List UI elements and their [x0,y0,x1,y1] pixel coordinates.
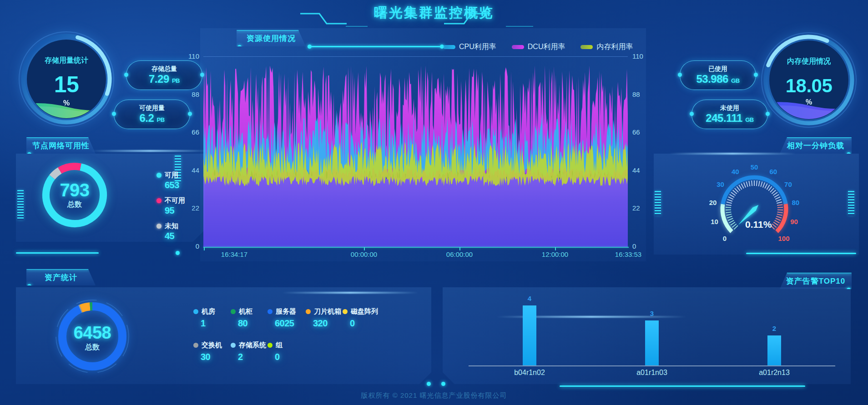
legend-label: 未知 [165,222,178,230]
svg-text:40: 40 [732,168,739,175]
memory-used-pill: 已使用 53.986 GB [680,60,756,90]
header-line [786,272,852,273]
header-dot [93,267,97,271]
legend-item-内存利用率[interactable]: 内存利用率 [580,42,633,52]
node-donut-center: 793 总数 [47,181,102,210]
corner-dot [427,382,431,386]
legend-value: 0 [350,318,378,329]
y-axis-label-right: 0 [632,242,653,250]
legend-dot [267,309,273,314]
legend-item-DCU利用率[interactable]: DCU利用率 [512,42,565,52]
bar-category-label: a01r2n13 [759,369,790,377]
title-left-deco-line [300,14,347,24]
legend-value: 80 [238,318,252,329]
load-gauge-chart: 01020304050607080901000.11% [681,152,832,252]
legend-dot [231,343,236,348]
flare-decoration [91,150,209,152]
asset-legend-item-刀片机箱: 刀片机箱320 [306,307,341,329]
header-line [786,136,852,138]
title-right-deco-line [444,14,490,24]
svg-text:80: 80 [792,199,800,206]
y-axis-label-right: 88 [632,90,653,98]
y-axis-label-right: 110 [632,52,653,60]
pill-value: 6.2 PB [114,112,190,126]
memory-gauge-value: 18.05 [786,75,833,96]
x-axis-line [203,247,629,248]
assets-total-label: 总数 [65,343,120,352]
legend-label: DCU利用率 [528,42,565,52]
dashboard: 曙光集群监控概览 存储用量统计 15 % 存储总量 7.29 PB [0,0,868,405]
legend-value: 6025 [275,318,296,329]
asset-legend-item-存储系统: 存储系统2 [231,341,266,362]
legend-label: 不可用 [165,196,185,205]
memory-usage-gauge: 内存使用情况 18.05 % [757,28,861,132]
legend-label: 磁盘阵列 [351,307,378,316]
asset-legend-item-服务器: 服务器6025 [267,307,296,329]
x-axis-label: 00:00:00 [351,250,377,258]
node-legend-item-未知: 未知45 [156,222,178,241]
legend-dot [306,309,311,314]
asset-legend-item-机柜: 机柜80 [231,307,252,329]
legend-dot [231,309,236,314]
alarm-panel-title: 资产告警TOP10 [786,276,846,286]
storage-gauge-title: 存储用量统计 [44,56,88,64]
header-divider-line [311,46,440,47]
header-line [26,268,89,270]
header-dot [778,270,782,275]
x-axis-tick [364,247,365,250]
legend-value: 2 [238,351,266,362]
asset-legend-item-组: 组0 [267,341,283,362]
storage-usage-gauge: 存储用量统计 15 % [15,27,118,131]
stripes-decoration [17,190,24,220]
svg-text:50: 50 [751,163,758,171]
x-axis-tick [555,247,556,250]
svg-text:20: 20 [709,199,717,206]
x-axis-tick [204,247,205,250]
load-panel-header: 相对一分钟负载 [780,137,852,154]
panel-bottom-line [746,253,856,254]
alarm-panel-header: 资产告警TOP10 [780,273,852,289]
legend-swatch [443,45,455,49]
legend-value: 95 [165,205,185,216]
node-legend-item-可用: 可用653 [156,171,179,190]
assets-panel-header: 资产统计 [26,269,96,285]
corner-dot [176,251,180,255]
storage-gauge-unit: % [63,99,70,107]
alarm-bar-a01r2n13 [767,335,781,365]
panel-bottom-line [560,385,805,387]
asset-legend-item-交换机: 交换机30 [193,341,222,362]
memory-gauge-title: 内存使用情况 [787,57,831,65]
bar-value-label: 3 [650,310,654,317]
node-panel-title: 节点网络可用性 [32,140,90,151]
svg-text:10: 10 [711,218,718,225]
y-axis-label-left: 66 [178,128,199,136]
panel-bottom-line [16,252,99,254]
legend-item-CPU利用率[interactable]: CPU利用率 [443,42,496,52]
bar-category-label: a01r1n03 [636,369,667,377]
memory-free-pill: 未使用 245.111 GB [691,100,768,129]
y-axis-label-right: 22 [632,204,653,212]
resource-panel-title: 资源使用情况 [247,33,296,44]
svg-text:70: 70 [784,180,792,188]
legend-dot [267,343,273,348]
legend-dot [156,198,161,203]
asset-legend-item-机房: 机房1 [193,307,215,329]
pill-label: 存储总量 [126,65,202,73]
resource-chart-legend: CPU利用率DCU利用率内存利用率 [443,42,633,52]
x-axis-label: 16:33:53 [615,250,641,258]
y-axis-label-left: 110 [178,52,199,60]
pill-value: 7.29 PB [126,73,202,87]
pill-value: 53.986 GB [680,73,756,87]
x-axis-label: 16:34:17 [221,250,247,258]
pill-label: 可使用量 [114,104,190,112]
pill-label: 已使用 [680,65,756,73]
legend-value: 0 [275,351,283,362]
legend-dot [156,224,161,229]
legend-label: 服务器 [276,307,296,316]
legend-dot [343,309,348,314]
legend-value: 30 [201,351,222,362]
resource-panel-header: 资源使用情况 [237,30,306,46]
stripes-decoration [848,191,854,215]
legend-label: 内存利用率 [596,42,633,52]
storage-total-pill: 存储总量 7.29 PB [126,60,202,90]
